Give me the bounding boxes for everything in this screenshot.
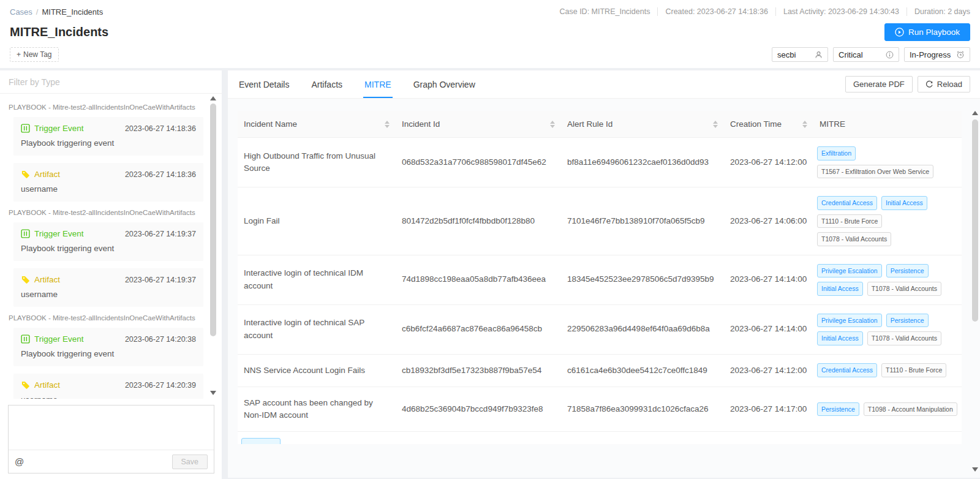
cell-creation-time: 2023-06-27 14:06:00 [724, 205, 813, 237]
table-row[interactable]: Interactive login of technical IDM accou… [238, 255, 962, 305]
mitre-tag-tactic[interactable]: Persistence [817, 402, 859, 417]
assignee-input[interactable] [777, 50, 814, 59]
cell-incident-name: NNS Service Account Login Fails [238, 355, 396, 387]
tab-mitre[interactable]: MITRE [363, 70, 393, 98]
sort-carets-icon[interactable] [385, 121, 390, 128]
main-actions: Generate PDF Reload [845, 76, 970, 92]
mitre-tag-technique[interactable]: T1110 - Brute Force [817, 214, 882, 228]
tab-artifacts[interactable]: Artifacts [310, 70, 344, 98]
mitre-tag-technique[interactable]: T1078 - Valid Accounts [867, 282, 941, 296]
priority-select[interactable]: Critical [833, 47, 899, 62]
sort-carets-icon[interactable] [802, 121, 807, 128]
cell-incident-name: Login Fail [238, 205, 396, 237]
mitre-tag-tactic[interactable]: Exfiltration [817, 146, 856, 160]
table-row[interactable]: High Outbound Traffic from Unusual Sourc… [238, 138, 962, 187]
scroll-down-icon[interactable] [972, 467, 978, 472]
sidebar-scrollbar[interactable] [209, 95, 217, 396]
tab-event-details[interactable]: Event Details [238, 70, 290, 98]
mitre-tag-tactic[interactable]: Persistence [886, 314, 929, 328]
page: Cases / MITRE_Incidents Case ID: MITRE_I… [0, 0, 980, 479]
cell-alert-rule-id: c6161ca4e6b30dee5412c7ce0ffc1849 [561, 355, 724, 387]
status-select[interactable]: In-Progress [904, 47, 970, 62]
scroll-up-icon[interactable] [210, 96, 216, 100]
scrollbar-thumb[interactable] [972, 119, 978, 322]
event-card-artifact[interactable]: Artifact2023-06-27 14:20:39username [13, 374, 203, 399]
table-scrollbar[interactable] [971, 110, 979, 473]
event-card-trigger[interactable]: Trigger Event2023-06-27 14:20:38Playbook… [13, 328, 203, 366]
reload-button[interactable]: Reload [918, 76, 970, 92]
mitre-tag-tactic[interactable]: Privilege Escalation [817, 314, 882, 328]
event-type-label: Trigger Event [34, 124, 84, 133]
cell-alert-rule-id: 7101e46f7e7bb138910f70fa065f5cb9 [561, 205, 724, 237]
event-card-artifact[interactable]: Artifact2023-06-27 14:19:37username [13, 268, 203, 307]
mitre-tag-technique[interactable]: T1078 - Valid Accounts [867, 331, 941, 345]
generate-pdf-button[interactable]: Generate PDF [845, 76, 913, 92]
caret-up-icon [550, 121, 555, 124]
caret-down-icon [550, 125, 555, 128]
mitre-tag-tactic[interactable]: Initial Access [817, 282, 863, 296]
column-label: Creation Time [730, 119, 782, 129]
mention-icon[interactable]: @ [15, 456, 24, 467]
event-sidebar: PLAYBOOK - Mitre-test2-allIncidentsInOne… [0, 70, 222, 479]
caret-up-icon [802, 121, 807, 124]
caret-up-icon [385, 121, 390, 124]
table-zone: Incident NameIncident IdAlert Rule IdCre… [228, 99, 980, 478]
cell-incident-id: 801472d2b5df1f0fcf4fbbdb0f128b80 [396, 205, 561, 237]
breadcrumb-cases-link[interactable]: Cases [10, 7, 32, 17]
event-card-header: Artifact2023-06-27 14:19:37 [21, 275, 196, 284]
column-label: Incident Name [244, 119, 297, 129]
mitre-tag-tactic[interactable]: Credential Access [817, 363, 877, 377]
save-comment-button[interactable]: Save [172, 454, 208, 469]
comment-input[interactable] [9, 405, 214, 450]
event-description: username [21, 395, 196, 399]
event-type-label: Trigger Event [34, 229, 84, 238]
event-card-trigger[interactable]: Trigger Event2023-06-27 14:19:37Playbook… [13, 222, 203, 261]
event-card-header: Trigger Event2023-06-27 14:19:37 [21, 229, 196, 238]
table-row[interactable]: SAP account has been changed by Non-IDM … [238, 387, 962, 432]
mitre-tag-technique[interactable]: T1098 - Account Manipulation [864, 402, 957, 417]
mitre-tag-tactic[interactable]: Initial Access [881, 196, 927, 210]
breadcrumb-current: MITRE_Incidents [42, 7, 103, 17]
run-playbook-button[interactable]: Run Playbook [884, 23, 970, 41]
mitre-tag-tactic[interactable]: Credential Access [817, 196, 877, 210]
tab-graph-overview[interactable]: Graph Overview [412, 70, 477, 98]
breadcrumb-separator: / [36, 7, 39, 17]
playbook-group-header: PLAYBOOK - Mitre-test2-allIncidentsInOne… [9, 209, 203, 216]
cell-alert-rule-id: 71858a7f86ea3099931dc1026cfaca26 [561, 393, 724, 425]
event-description: username [21, 290, 196, 299]
table-row[interactable]: NNS Service Account Login Failscb18932bf… [238, 355, 962, 387]
event-card-header: Artifact2023-06-27 14:20:39 [21, 380, 196, 390]
cell-incident-id: 74d1898cc198eaa05a8db77afb436eea [396, 263, 561, 295]
artifact-tag-icon [21, 275, 30, 284]
mitre-tag-technique[interactable]: T1078 - Valid Accounts [817, 232, 891, 246]
table-row[interactable]: Login Fail801472d2b5df1f0fcf4fbbdb0f128b… [238, 187, 962, 255]
event-card-trigger[interactable]: Trigger Event2023-06-27 14:18:36Playbook… [13, 117, 203, 156]
event-type: Trigger Event [21, 334, 84, 344]
cell-creation-time: 2023-06-27 14:14:00 [724, 313, 813, 345]
mitre-tag-tactic[interactable]: Persistence [886, 264, 929, 278]
mitre-tag[interactable] [241, 438, 281, 444]
mitre-tag-technique[interactable]: T1110 - Brute Force [881, 363, 946, 377]
scrollbar-thumb[interactable] [210, 104, 216, 336]
case-controls: Critical In-Progress [772, 47, 970, 62]
scroll-up-icon[interactable] [972, 111, 978, 115]
cell-mitre-tags: Credential AccessInitial AccessT1110 - B… [813, 187, 962, 255]
event-card-header: Artifact2023-06-27 14:18:36 [21, 170, 196, 179]
new-tag-button[interactable]: + New Tag [10, 47, 59, 62]
sort-carets-icon[interactable] [713, 121, 718, 128]
mitre-tag-technique[interactable]: T1567 - Exfiltration Over Web Service [817, 165, 933, 179]
mitre-tag-tactic[interactable]: Privilege Escalation [817, 264, 882, 278]
table-row[interactable]: Interactive login of technical SAP accou… [238, 305, 962, 355]
assignee-field[interactable] [772, 47, 828, 62]
cell-mitre-tags: Privilege EscalationPersistenceInitial A… [813, 255, 962, 304]
event-list: PLAYBOOK - Mitre-test2-allIncidentsInOne… [0, 94, 222, 399]
event-description: username [21, 184, 196, 194]
scroll-down-icon[interactable] [210, 391, 216, 395]
event-card-artifact[interactable]: Artifact2023-06-27 14:18:36username [13, 163, 203, 202]
caret-down-icon [802, 125, 807, 128]
caret-down-icon [385, 125, 390, 128]
filter-by-type-input[interactable] [0, 77, 222, 87]
sort-carets-icon[interactable] [550, 121, 555, 128]
case-meta-item: Last Activity: 2023-06-29 14:30:43 [783, 7, 899, 16]
mitre-tag-tactic[interactable]: Initial Access [817, 331, 863, 345]
